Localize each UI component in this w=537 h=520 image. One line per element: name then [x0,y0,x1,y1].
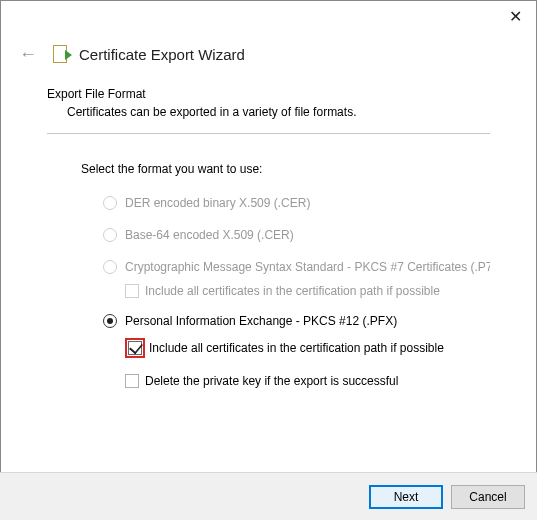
wizard-header: ← Certificate Export Wizard [1,33,536,87]
radio-base64 [103,228,117,242]
section-title: Export File Format [47,87,490,101]
option-pkcs7-label: Cryptographic Message Syntax Standard - … [125,260,490,274]
option-pkcs7: Cryptographic Message Syntax Standard - … [103,260,490,274]
radio-pfx[interactable] [103,314,117,328]
next-button[interactable]: Next [369,485,443,509]
certificate-wizard-icon [51,43,71,65]
page-title: Certificate Export Wizard [79,46,245,63]
option-pfx-delete[interactable]: Delete the private key if the export is … [125,374,490,388]
option-pfx-delete-label: Delete the private key if the export is … [145,374,398,388]
radio-der [103,196,117,210]
highlight-box [125,338,145,358]
checkbox-pfx-include[interactable] [128,341,142,355]
option-pfx-include[interactable]: Include all certificates in the certific… [125,338,490,358]
close-icon[interactable]: ✕ [509,9,522,25]
option-pkcs7-include-label: Include all certificates in the certific… [145,284,440,298]
section-subtitle: Certificates can be exported in a variet… [67,105,490,119]
radio-pkcs7 [103,260,117,274]
option-pfx-include-label: Include all certificates in the certific… [149,341,444,355]
checkbox-pkcs7-include [125,284,139,298]
titlebar: ✕ [1,1,536,33]
content-area: Export File Format Certificates can be e… [1,87,536,388]
option-der: DER encoded binary X.509 (.CER) [103,196,490,210]
option-base64-label: Base-64 encoded X.509 (.CER) [125,228,294,242]
format-prompt: Select the format you want to use: [81,162,490,176]
cancel-button[interactable]: Cancel [451,485,525,509]
footer: Next Cancel [0,472,537,520]
option-pfx[interactable]: Personal Information Exchange - PKCS #12… [103,314,490,328]
divider [47,133,490,134]
option-pkcs7-include: Include all certificates in the certific… [125,284,490,298]
option-base64: Base-64 encoded X.509 (.CER) [103,228,490,242]
option-pfx-label: Personal Information Exchange - PKCS #12… [125,314,397,328]
checkbox-pfx-delete[interactable] [125,374,139,388]
option-der-label: DER encoded binary X.509 (.CER) [125,196,310,210]
format-options: DER encoded binary X.509 (.CER) Base-64 … [103,196,490,388]
back-arrow-icon[interactable]: ← [19,45,37,63]
